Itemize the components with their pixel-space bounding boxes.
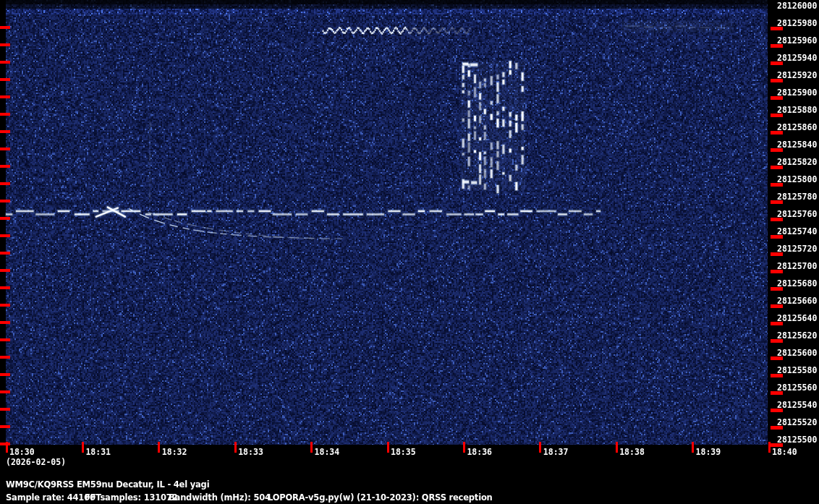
tick-mark [771,287,783,291]
frequency-tick-label: 28125540 [777,400,817,410]
spectrogram-canvas [0,0,819,504]
tick-mark [310,442,313,453]
frequency-tick-label: 28125720 [777,244,817,254]
tick-mark [0,61,10,64]
time-tick-label: 18:30 [9,447,35,457]
time-tick-label: 18:31 [85,447,111,457]
tick-mark [771,409,783,412]
tick-mark [0,130,10,133]
tick-mark [6,442,8,453]
frequency-tick-label: 28125640 [777,313,817,323]
tick-mark [771,235,783,239]
time-tick-label: 18:36 [467,447,492,457]
tick-mark [0,148,10,150]
frequency-tick-label: 28125560 [777,383,817,393]
fft-samples-label: FFTsamples: 131072 [85,492,177,503]
tick-mark [0,252,10,255]
tick-mark [771,79,783,82]
tick-mark [771,252,783,256]
frequency-tick-label: 28125940 [777,53,817,63]
frequency-tick-label: 28125760 [777,209,817,219]
tick-mark [771,356,783,360]
tick-mark [616,442,618,453]
time-tick-label: 18:39 [696,447,721,457]
tick-mark [0,373,10,376]
time-tick-label: 18:34 [315,447,340,457]
tick-mark [771,426,783,430]
frequency-tick-label: 28125820 [777,157,817,167]
tick-mark [771,218,783,221]
tick-mark [771,374,783,377]
tick-mark [771,61,783,65]
frequency-tick-label: 28126000 [777,1,817,11]
time-tick-label: 18:40 [772,447,797,457]
frequency-tick-label: 28125920 [777,70,817,80]
tick-mark [768,442,771,453]
time-tick-label: 18:35 [391,447,416,457]
tick-mark [771,166,783,169]
frequency-tick-label: 28125860 [777,122,817,132]
tick-mark [771,270,783,273]
tick-mark [771,322,783,325]
tick-mark [158,442,160,453]
frequency-tick-label: 28125740 [777,226,817,236]
tick-mark [0,321,10,324]
tick-mark [82,442,84,453]
tick-mark [771,339,783,343]
bandwidth-label: Bandwidth (mHz): 504 [169,492,271,503]
tick-mark [771,44,783,48]
tick-mark [771,391,783,395]
tick-mark [771,183,783,187]
tick-mark [0,286,10,289]
frequency-tick-label: 28125880 [777,105,817,115]
tick-mark [0,408,10,411]
tick-mark [0,390,10,393]
tick-mark [771,114,783,117]
frequency-tick-label: 28125900 [777,87,817,98]
tick-mark [387,442,389,453]
tick-mark [234,442,237,453]
frequency-tick-label: 28125800 [777,174,817,184]
tick-mark [0,234,10,237]
tick-mark [0,113,10,116]
frequency-tick-label: 28125980 [777,18,817,28]
frequency-tick-label: 28125660 [777,296,817,306]
tick-mark [692,442,694,453]
time-tick-label: 18:33 [238,447,263,457]
tick-mark [0,78,10,81]
station-info-label: WM9C/KQ9RSS EM59nu Decatur, IL - 4el yag… [6,479,209,490]
tick-mark [771,304,783,308]
tick-mark [771,96,783,100]
time-tick-label: 18:32 [162,447,187,457]
tick-mark [0,217,10,220]
qrss-grabber-screen: 2812600028125980281259602812594028125920… [0,0,819,504]
tick-mark [0,95,10,98]
tick-mark [0,269,10,272]
tick-mark [771,27,783,30]
tick-mark [0,425,10,428]
tick-mark [463,442,465,453]
tick-mark [0,356,10,359]
time-tick-label: 18:38 [619,447,645,457]
frequency-tick-label: 28125680 [777,278,817,289]
frequency-tick-label: 28125780 [777,192,817,202]
time-tick-label: 18:37 [543,447,569,457]
tick-mark [771,131,783,134]
tick-mark [771,200,783,204]
frequency-tick-label: 28125500 [777,435,817,445]
frequency-tick-label: 28125520 [777,417,817,427]
frequency-tick-label: 28125960 [777,35,817,46]
tick-mark [0,200,10,202]
tick-mark [0,182,10,185]
tick-mark [771,148,783,152]
tick-mark [0,165,10,168]
frequency-tick-label: 28125600 [777,348,817,358]
frequency-tick-label: 28125700 [777,261,817,271]
frequency-tick-label: 28125580 [777,365,817,375]
frequency-tick-label: 28125840 [777,140,817,150]
tick-mark [539,442,541,453]
date-label: (2026-02-05) [6,457,66,467]
tick-mark [0,338,10,341]
frequency-tick-label: 28125620 [777,330,817,341]
software-version-label: LOPORA-v5g.py(w) (21-10-2023): QRSS rece… [268,492,493,503]
